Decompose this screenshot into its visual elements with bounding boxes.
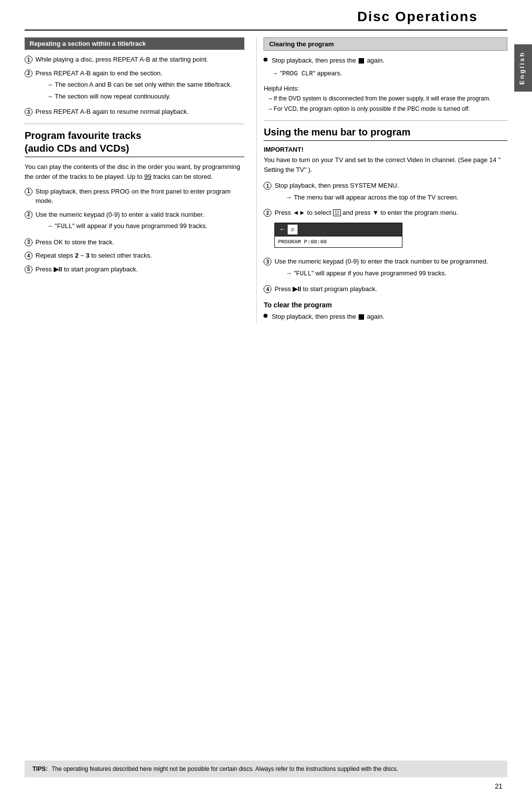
repeat-step-3-text: Press REPEAT A-B again to resume normal … xyxy=(35,107,189,117)
to-clear-bullet-text: Stop playback, then press the again. xyxy=(271,312,384,322)
important-text: You have to turn on your TV and set to t… xyxy=(264,155,507,175)
menu-step-num-2: 2 xyxy=(264,209,271,217)
program-display-box: ← ☑ PROGRAM P:00:00 xyxy=(274,223,402,248)
arrow-icon-6: → xyxy=(285,268,292,278)
arrow-icon-4: → xyxy=(271,68,278,78)
tips-footer: TIPS: The operating features described h… xyxy=(25,761,507,777)
menu-step-1-arrow-text: The menu bar will appear across the top … xyxy=(294,193,458,202)
prog-step-1-text: Stop playback, then press PROG on the fr… xyxy=(35,187,244,206)
menu-step-2-text: Press ◄► to select ☑ and press ▼ to ente… xyxy=(274,209,458,216)
prog-step-3-text: Press OK to store the track. xyxy=(35,237,114,247)
arrow-left-icon: ← xyxy=(279,224,286,234)
repeat-step-2-arrow-2-text: The section will now repeat continuously… xyxy=(55,92,170,101)
stop-icon-1 xyxy=(359,58,364,64)
prog-step-2-arrow-1: → "FULL" will appear if you have program… xyxy=(46,221,207,232)
stop-icon-2 xyxy=(359,314,364,320)
prog-step-5-text: Press ▶II to start program playback. xyxy=(35,265,138,274)
hint-1-text: If the DVD system is disconnected from t… xyxy=(273,95,491,102)
bullet-dot-2 xyxy=(264,314,267,318)
arrow-icon-1: → xyxy=(46,80,53,90)
repeat-step-1: 1 While playing a disc, press REPEAT A-B… xyxy=(25,55,244,65)
repeat-step-3: 3 Press REPEAT A-B again to resume norma… xyxy=(25,107,244,117)
prog-step-3: 3 Press OK to store the track. xyxy=(25,237,244,247)
hint-1: – If the DVD system is disconnected from… xyxy=(268,94,507,103)
step-num-3: 3 xyxy=(25,108,33,116)
prog-step-1: 1 Stop playback, then press PROG on the … xyxy=(25,187,244,206)
menu-step-num-1: 1 xyxy=(264,182,271,190)
prog-step-2-arrow-1-text: "FULL" will appear if you have programme… xyxy=(55,221,207,232)
menu-step-1-arrow: → The menu bar will appear across the to… xyxy=(285,193,458,202)
hint-2-text: For VCD, the program option is only poss… xyxy=(273,105,470,112)
menu-step-3-arrow-text: "FULL" will appear if you have programme… xyxy=(294,268,446,279)
program-section-title: Program favourite tracks(audio CDs and V… xyxy=(25,129,244,157)
menu-step-num-3: 3 xyxy=(264,258,271,266)
clearing-arrow-1: → "PROG CLR" appears. xyxy=(271,68,507,79)
prog-step-2-text: Use the numeric keypad (0-9) to enter a … xyxy=(35,211,204,218)
bullet-dot-1 xyxy=(264,58,267,62)
arrow-icon-3: → xyxy=(46,221,53,231)
program-box-footer: PROGRAM P:00:00 xyxy=(275,236,402,248)
program-intro: You can play the contents of the disc in… xyxy=(25,162,244,182)
repeat-step-2-text: Press REPEAT A-B again to end the sectio… xyxy=(35,69,163,77)
menu-program-title: Using the menu bar to program xyxy=(264,126,507,141)
prog-step-num-5: 5 xyxy=(25,266,33,273)
to-clear-label: To clear the program xyxy=(264,301,507,309)
left-column: Repeating a section within a title/track… xyxy=(25,37,256,324)
program-box-header: ← ☑ xyxy=(275,223,402,236)
prog-step-4-text: Repeat steps 2 ~ 3 to select other track… xyxy=(35,251,152,261)
menu-step-4: 4 Press ▶II to start program playback. xyxy=(264,284,507,294)
page-title: Disc Operations xyxy=(25,0,507,31)
repeat-section-header: Repeating a section within a title/track xyxy=(25,37,244,50)
menu-program-section: Using the menu bar to program IMPORTANT!… xyxy=(264,126,507,321)
clearing-bullet-1-text: Stop playback, then press the again. xyxy=(271,56,384,66)
repeat-step-2: 2 Press REPEAT A-B again to end the sect… xyxy=(25,68,244,103)
prog-step-2: 2 Use the numeric keypad (0-9) to enter … xyxy=(25,210,244,233)
repeat-step-2-arrow-1: → The section A and B can be set only wi… xyxy=(46,80,232,90)
menu-step-1-text: Stop playback, then press SYSTEM MENU. xyxy=(274,182,399,189)
prog-step-4: 4 Repeat steps 2 ~ 3 to select other tra… xyxy=(25,251,244,261)
right-column: Clearing the program Stop playback, then… xyxy=(256,37,507,324)
prog-step-5: 5 Press ▶II to start program playback. xyxy=(25,265,244,274)
menu-step-2: 2 Press ◄► to select ☑ and press ▼ to en… xyxy=(264,208,507,253)
track-count: 99 xyxy=(144,173,151,180)
arrow-icon-5: → xyxy=(285,193,292,202)
menu-step-num-4: 4 xyxy=(264,285,271,293)
to-clear-section: To clear the program Stop playback, then… xyxy=(264,301,507,322)
menu-step-3: 3 Use the numeric keypad (0-9) to enter … xyxy=(264,257,507,280)
clearing-section: Clearing the program Stop playback, then… xyxy=(264,37,507,113)
helpful-hints: Helpful Hints: – If the DVD system is di… xyxy=(264,85,507,113)
clearing-arrow-1-text: "PROG CLR" appears. xyxy=(280,68,342,79)
tips-text: The operating features described here mi… xyxy=(52,765,399,772)
important-label: IMPORTANT! xyxy=(264,146,507,153)
clearing-bullet-1: Stop playback, then press the again. xyxy=(264,56,507,66)
arrow-icon-2: → xyxy=(46,92,53,101)
repeat-step-2-arrow-1-text: The section A and B can be set only with… xyxy=(55,80,232,90)
page-number: 21 xyxy=(495,782,502,790)
helpful-hints-title: Helpful Hints: xyxy=(264,85,507,92)
step-num-2: 2 xyxy=(25,69,33,77)
prog-step-num-1: 1 xyxy=(25,188,33,196)
repeat-section: Repeating a section within a title/track… xyxy=(25,37,244,117)
menu-step-4-text: Press ▶II to start program playback. xyxy=(274,284,377,294)
prog-step-num-2: 2 xyxy=(25,211,33,219)
prog-step-num-3: 3 xyxy=(25,238,33,246)
menu-step-3-arrow: → "FULL" will appear if you have program… xyxy=(285,268,488,279)
step-num-1: 1 xyxy=(25,56,33,64)
to-clear-bullet: Stop playback, then press the again. xyxy=(264,312,507,322)
repeat-step-2-arrow-2: → The section will now repeat continuous… xyxy=(46,92,232,101)
hint-2: – For VCD, the program option is only po… xyxy=(268,104,507,113)
menu-step-3-text: Use the numeric keypad (0-9) to enter th… xyxy=(274,258,488,265)
tips-label: TIPS: xyxy=(33,765,48,772)
important-section: IMPORTANT! You have to turn on your TV a… xyxy=(264,146,507,175)
language-tab: English xyxy=(514,44,532,92)
prog-step-num-4: 4 xyxy=(25,252,33,260)
clearing-section-header: Clearing the program xyxy=(264,37,507,51)
checkbox-selected: ☑ xyxy=(291,225,294,234)
menu-step-1: 1 Stop playback, then press SYSTEM MENU.… xyxy=(264,181,507,204)
checkbox-icon: ☑ xyxy=(333,209,341,216)
repeat-step-1-text: While playing a disc, press REPEAT A-B a… xyxy=(35,55,208,65)
program-section: Program favourite tracks(audio CDs and V… xyxy=(25,129,244,274)
